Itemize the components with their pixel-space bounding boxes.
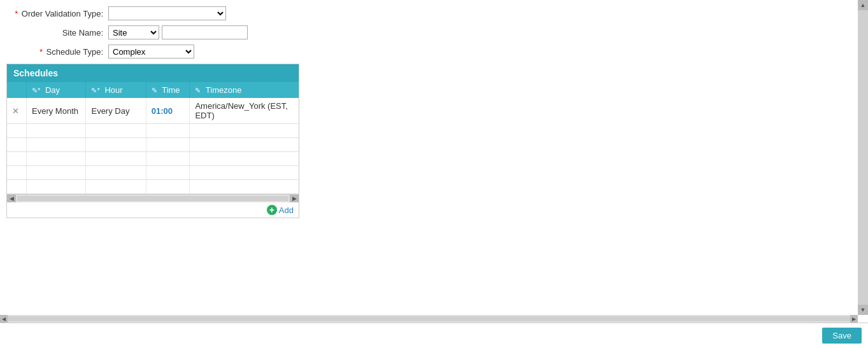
empty-cell <box>7 180 27 194</box>
row-delete-cell: ✕ <box>7 98 27 124</box>
empty-cell <box>7 166 27 180</box>
empty-cell <box>27 138 86 152</box>
empty-cell <box>146 138 190 152</box>
empty-row <box>7 138 299 152</box>
table-header-row: ✎* Day ✎* Hour ✎ Time ✎ <box>7 82 299 98</box>
right-scrollbar[interactable]: ▲ ▼ <box>858 0 868 315</box>
schedules-table-wrapper: ✎* Day ✎* Hour ✎ Time ✎ <box>7 82 299 194</box>
empty-cell <box>146 166 190 180</box>
schedule-type-select[interactable]: Complex Simple <box>108 45 194 59</box>
empty-cell <box>86 180 146 194</box>
empty-cell <box>86 124 146 138</box>
add-icon: + <box>267 205 277 215</box>
empty-cell <box>146 180 190 194</box>
schedule-type-label: * Schedule Type: <box>6 47 108 57</box>
page-scroll-left[interactable]: ◀ <box>0 315 8 323</box>
site-name-row: Site Name: Site <box>6 25 855 39</box>
col-day-label: Day <box>45 85 60 95</box>
required-star-2: * <box>39 47 43 57</box>
col-header-hour[interactable]: ✎* Hour <box>86 82 146 98</box>
order-validation-label: * Order Validation Type: <box>6 9 108 18</box>
required-star: * <box>15 9 18 18</box>
table-row: ✕Every MonthEvery Day01:00America/New_Yo… <box>7 98 299 124</box>
empty-row <box>7 124 299 138</box>
empty-cell <box>190 138 299 152</box>
scroll-up-arrow[interactable]: ▲ <box>858 0 868 10</box>
schedule-type-label-text: Schedule Type: <box>46 47 103 57</box>
row-hour: Every Day <box>86 98 146 124</box>
col-header-time[interactable]: ✎ Time <box>146 82 190 98</box>
table-scroll-bar[interactable]: ◀ ▶ <box>7 194 299 202</box>
save-button[interactable]: Save <box>822 328 862 344</box>
site-name-controls: Site <box>108 25 248 39</box>
pencil-icon-time: ✎ <box>152 87 157 95</box>
pencil-icon-hour: ✎* <box>91 87 99 95</box>
schedule-type-row: * Schedule Type: Complex Simple <box>6 45 855 59</box>
col-header-day[interactable]: ✎* Day <box>27 82 86 98</box>
empty-cell <box>146 124 190 138</box>
row-timezone: America/New_York (EST, EDT) <box>190 98 299 124</box>
pencil-icon-day: ✎* <box>32 87 40 95</box>
schedules-footer: + Add <box>7 202 299 218</box>
scroll-right-arrow[interactable]: ▶ <box>290 195 299 202</box>
scroll-track-inner <box>17 196 288 201</box>
page-scroll-right[interactable]: ▶ <box>850 315 858 323</box>
scroll-track <box>858 10 868 305</box>
site-name-label: Site Name: <box>6 28 108 38</box>
empty-cell <box>7 138 27 152</box>
empty-cell <box>86 152 146 166</box>
order-validation-row: * Order Validation Type: <box>6 6 855 20</box>
empty-cell <box>7 152 27 166</box>
row-day: Every Month <box>27 98 86 124</box>
col-timezone-label: Timezone <box>206 85 242 95</box>
bottom-bar: Save <box>0 323 868 348</box>
row-time: 01:00 <box>146 98 190 124</box>
add-button[interactable]: + Add <box>267 205 294 215</box>
empty-cell <box>7 124 27 138</box>
site-name-dropdown[interactable]: Site <box>108 25 159 39</box>
empty-cell <box>190 166 299 180</box>
main-content: * Order Validation Type: Site Name: Site… <box>0 0 868 323</box>
pencil-icon-timezone: ✎ <box>195 87 201 95</box>
empty-cell <box>190 180 299 194</box>
order-validation-select[interactable] <box>108 6 226 20</box>
empty-row <box>7 166 299 180</box>
empty-row <box>7 152 299 166</box>
empty-cell <box>27 124 86 138</box>
delete-icon[interactable]: ✕ <box>12 107 21 116</box>
empty-row <box>7 180 299 194</box>
col-hour-label: Hour <box>104 85 122 95</box>
empty-cell <box>190 124 299 138</box>
schedules-section: Schedules ✎* Day ✎* Hour <box>6 64 299 218</box>
empty-cell <box>86 138 146 152</box>
schedules-title: Schedules <box>13 68 58 78</box>
page-scroll-track <box>8 316 850 321</box>
empty-cell <box>86 166 146 180</box>
empty-cell <box>27 180 86 194</box>
scroll-down-arrow[interactable]: ▼ <box>858 305 868 315</box>
empty-cell <box>27 166 86 180</box>
empty-cell <box>190 152 299 166</box>
site-name-text-input[interactable] <box>162 25 248 39</box>
col-time-label: Time <box>162 85 180 95</box>
empty-cell <box>146 152 190 166</box>
schedules-table: ✎* Day ✎* Hour ✎ Time ✎ <box>7 82 299 194</box>
col-header-icon <box>7 82 27 98</box>
scroll-left-arrow[interactable]: ◀ <box>7 195 16 202</box>
site-name-label-text: Site Name: <box>62 28 103 38</box>
order-validation-label-text: Order Validation Type: <box>22 9 103 18</box>
empty-cell <box>27 152 86 166</box>
add-label: Add <box>279 205 294 215</box>
col-header-timezone[interactable]: ✎ Timezone <box>190 82 299 98</box>
page-scroll-bar[interactable]: ◀ ▶ <box>0 315 858 323</box>
schedules-header: Schedules <box>7 64 299 82</box>
